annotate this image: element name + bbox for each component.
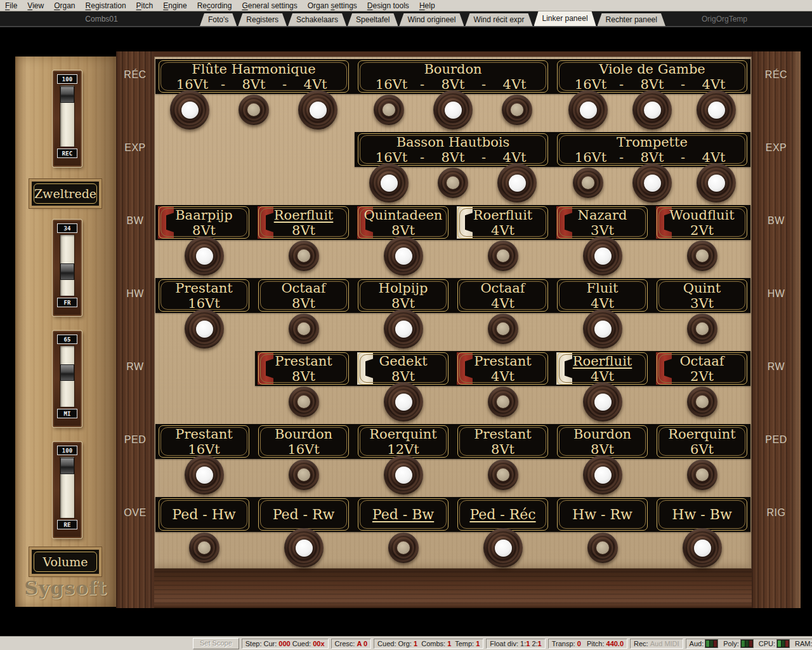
stop-plate-hw-prestant-16vt: Prestant16Vt (157, 278, 251, 313)
knob-rw-gedekt-8vt[interactable] (384, 382, 423, 421)
tab-wind-origineel[interactable]: Wind origineel (399, 13, 464, 26)
knob-bw-nazard-3vt[interactable] (583, 236, 622, 275)
stop-name: Quint (683, 281, 721, 296)
knob-ped-prestant-16vt[interactable] (185, 455, 224, 494)
knob-rec-flute-harmonique-4vt[interactable] (298, 90, 337, 129)
knob-ped-prestant-8vt[interactable] (488, 460, 518, 490)
slider-grip[interactable] (60, 86, 74, 103)
panel-tabs: Foto'sRegistersSchakelaarsSpeeltafelWind… (199, 11, 666, 26)
menu-item-help[interactable]: Help (414, 1, 440, 11)
knob-exp-trompette-16vt[interactable] (573, 168, 603, 198)
expression-slider-mi[interactable]: 65MI (53, 331, 82, 427)
knob-rec-bourdon-16vt[interactable] (374, 95, 404, 125)
knob-exp-basson-hautbois-16vt[interactable] (369, 163, 409, 202)
menu-item-file[interactable]: File (0, 1, 22, 11)
knob-hw-prestant-16vt[interactable] (185, 309, 224, 348)
stop-name: Gedekt (379, 354, 427, 369)
slider-grip[interactable] (60, 364, 74, 381)
knob-bw-roerfluit-8vt[interactable] (289, 241, 319, 271)
tab-linker-paneel[interactable]: Linker paneel (534, 11, 596, 26)
pitch-separator: - (619, 77, 624, 92)
tab-foto-s[interactable]: Foto's (200, 13, 237, 26)
slider-value: 65 (57, 335, 77, 344)
menu-item-recording[interactable]: Recording (192, 1, 237, 11)
slider-track[interactable] (60, 346, 74, 407)
slider-grip[interactable] (60, 263, 74, 280)
knob-ped-bourdon-16vt[interactable] (289, 460, 319, 490)
meter-bar (742, 640, 745, 647)
knob-ped-roerquint-12vt[interactable] (384, 455, 423, 494)
knob-ove-ped-hw[interactable] (189, 533, 219, 563)
knob-rec-bourdon-4vt[interactable] (502, 95, 532, 125)
menu-item-view[interactable]: View (22, 1, 49, 11)
knob-ove-hw-bw[interactable] (683, 528, 722, 567)
knob-rec-viole-de-gambe-4vt[interactable] (697, 90, 736, 129)
knob-exp-trompette-4vt[interactable] (697, 163, 736, 202)
knob-ove-ped-rec[interactable] (483, 528, 523, 567)
knob-hw-quint-3vt[interactable] (687, 314, 717, 344)
status-float-div: Float div: 1:1 2:1 (486, 639, 545, 649)
stop-pitch: 16Vt (363, 150, 420, 165)
stop-pitch-row: 16Vt-8Vt-4Vt (157, 77, 350, 92)
expression-slider-re[interactable]: 100RE (53, 442, 82, 538)
coupler-plate-ove-ped-rw: Ped - Rw (257, 497, 350, 532)
expression-slider-rec[interactable]: 100REC (53, 70, 82, 167)
knob-rw-prestant-8vt[interactable] (289, 387, 319, 417)
knob-rec-viole-de-gambe-8vt[interactable] (632, 90, 672, 129)
status-transp-pitch: Transp: 0 Pitch: 440.0 (548, 639, 627, 649)
menu-item-pitch[interactable]: Pitch (131, 1, 159, 11)
tab-wind-recit-expr[interactable]: Wind récit expr (465, 13, 532, 26)
slider-track[interactable] (60, 235, 74, 296)
tab-registers[interactable]: Registers (238, 13, 287, 26)
knob-bw-woudfluit-2vt[interactable] (687, 241, 717, 271)
knob-exp-basson-hautbois-8vt[interactable] (438, 168, 468, 198)
meter-label: RAM: (795, 639, 812, 648)
knob-rw-octaaf-2vt[interactable] (687, 387, 717, 417)
knob-ove-ped-bw[interactable] (388, 533, 419, 563)
tab-schakelaars[interactable]: Schakelaars (288, 13, 346, 26)
stop-pitch: 8Vt (292, 296, 315, 311)
knob-ped-roerquint-6vt[interactable] (687, 460, 717, 490)
knob-hw-holpijp-8vt[interactable] (384, 309, 423, 348)
set-scope-button[interactable]: Set Scope (193, 638, 239, 649)
pitch-separator: - (681, 150, 685, 165)
knob-rec-flute-harmonique-16vt[interactable] (170, 90, 209, 129)
knob-exp-basson-hautbois-4vt[interactable] (497, 163, 537, 202)
menu-item-organ[interactable]: Organ (49, 1, 80, 11)
tab-rechter-paneel[interactable]: Rechter paneel (598, 13, 665, 26)
knob-ped-bourdon-8vt[interactable] (583, 455, 622, 494)
stop-plate-text: Prestant4Vt (456, 351, 549, 386)
slider-track[interactable] (60, 457, 74, 518)
row-label-right-rec: RÉC (752, 69, 801, 81)
knob-rec-flute-harmonique-8vt[interactable] (239, 95, 269, 125)
stop-plate-exp-basson-hautbois-16vt: Basson Hautbois16Vt-8Vt-4Vt (357, 132, 549, 167)
knob-bw-quintadeen-8vt[interactable] (384, 236, 423, 275)
stop-pitch: 4Vt (491, 296, 514, 311)
stop-pitch: 8Vt (624, 77, 681, 92)
tab-speeltafel[interactable]: Speeltafel (348, 13, 398, 26)
menu-item-design-tools[interactable]: Design tools (362, 1, 414, 11)
pitch-separator: - (420, 77, 424, 92)
menu-item-registration[interactable]: Registration (81, 1, 131, 11)
knob-rec-bourdon-8vt[interactable] (433, 90, 473, 129)
stop-plate-text: Fluit4Vt (556, 278, 649, 313)
menu-item-general-settings[interactable]: General settings (237, 1, 302, 11)
slider-track[interactable] (60, 86, 74, 147)
menu-item-organ-settings[interactable]: Organ settings (303, 1, 362, 11)
knob-bw-baarpijp-8vt[interactable] (185, 236, 224, 275)
slider-value: 34 (57, 223, 77, 233)
knob-hw-octaaf-8vt[interactable] (289, 314, 319, 344)
menu-item-engine[interactable]: Engine (158, 1, 192, 11)
slider-grip[interactable] (60, 458, 74, 474)
knob-rw-roerfluit-4vt[interactable] (583, 382, 622, 421)
knob-hw-fluit-4vt[interactable] (583, 309, 622, 348)
knob-rec-viole-de-gambe-16vt[interactable] (568, 90, 608, 129)
knob-ove-ped-rw[interactable] (284, 528, 324, 567)
stop-pitch: 16Vt (562, 77, 619, 92)
knob-bw-roerfluit-4vt[interactable] (488, 241, 518, 271)
knob-ove-hw-rw[interactable] (587, 533, 618, 563)
knob-hw-octaaf-4vt[interactable] (488, 314, 518, 344)
expression-slider-fr[interactable]: 34FR (53, 220, 82, 316)
knob-exp-trompette-8vt[interactable] (632, 163, 672, 202)
knob-rw-prestant-4vt[interactable] (488, 387, 518, 417)
